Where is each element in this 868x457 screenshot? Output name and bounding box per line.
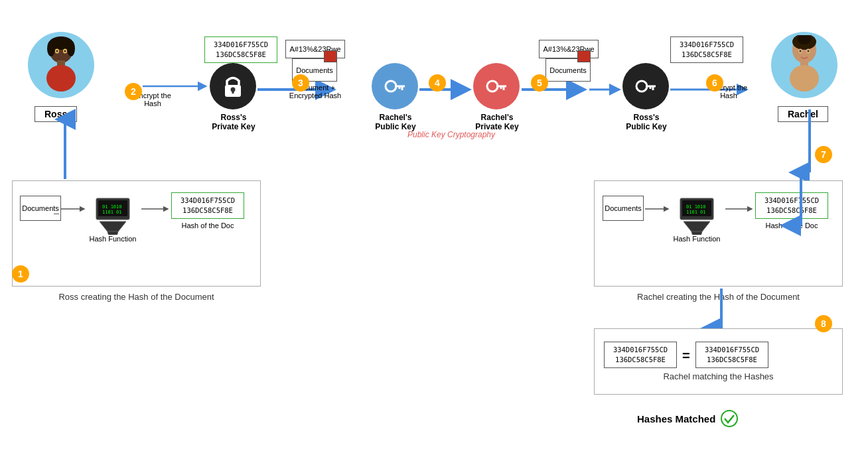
ross-person-svg [35,35,88,95]
rachel-person-svg [778,35,831,95]
svg-point-16 [56,50,58,52]
svg-point-59 [721,411,737,426]
ross-private-key-lock [210,63,256,109]
arrow-hash-to-ross [58,116,72,182]
match-hash-right: 334D016F755CD 136DC58C5F8E [695,342,768,368]
hash-of-doc-label-right: Hash of the Doc [755,222,828,229]
svg-rect-12 [57,60,65,66]
svg-point-11 [67,40,75,56]
key-icon-black [633,74,658,99]
arrow-hash-to-value-right [725,202,755,216]
arrow-doc-hash-left [61,202,88,216]
matching-label: Rachel matching the Hashes [594,371,843,381]
ross-public-key-label: Ross'sPublic Key [618,113,675,131]
doc-image-icon-left [324,50,337,62]
rachel-hash-function-icon: 01 1010 1101 01 Hash Function [670,189,723,249]
key-icon-blue [382,74,407,99]
funnel-icon-right: 01 1010 1101 01 [677,195,717,235]
svg-point-10 [47,40,55,56]
ross-encrypted-hash-box: 334D016F755CD 136DC58C5F8E [204,36,277,63]
arrow-step2 [143,80,209,93]
doc-image-icon-right [577,50,591,62]
key-icon-red [484,74,509,99]
svg-text:01 1010: 01 1010 [102,204,122,210]
equals-sign: = [682,348,690,363]
arrow-down-to-matching [715,289,728,332]
checkmark-icon [721,410,738,427]
ross-documents-box: Documents [20,196,61,221]
rachel-avatar [771,32,837,98]
arrow-step5b [589,83,622,96]
hash-of-doc-label-left: Hash of the Doc [171,222,244,229]
step-7-circle: 7 [815,146,832,163]
rachels-private-key-label: Rachel'sPrivate Key [469,113,526,131]
public-key-crypto-label: Public Key Cryptography [372,130,531,139]
step-8-circle: 8 [815,315,832,332]
step-4-circle: 4 [429,74,446,92]
svg-rect-43 [800,60,808,66]
rachel-decrypted-hash-box: 334D016F755CD 136DC58C5F8E [670,36,743,63]
arrow-doc-hash-right [645,202,672,216]
ross-hash-function-icon: 01 1010 1101 01 Hash Function [86,189,139,249]
step-5-circle: 5 [531,74,548,92]
svg-rect-22 [232,90,234,94]
svg-point-44 [790,65,819,92]
arrow-step6-to-rachel [803,109,816,176]
hashes-matched-label: Hashes Matched [637,410,738,427]
svg-marker-55 [684,222,710,231]
arrow-hash-to-value-left [141,202,171,216]
svg-point-48 [808,50,810,52]
svg-point-35 [636,81,647,92]
ross-avatar [28,32,94,98]
svg-text:1101 01: 1101 01 [686,210,706,215]
ross-private-key-label: Ross'sPrivate Key [204,113,263,131]
arrow-step7-down [794,176,808,229]
diagram: Documents 01 1010 1101 01 Hash Function [0,0,868,457]
step-6-circle: 6 [706,74,723,92]
svg-text:1101 01: 1101 01 [102,210,122,215]
lock-icon [220,74,246,99]
funnel-icon-left: 01 1010 1101 01 [93,195,133,235]
arrow-step4 [419,83,472,96]
svg-point-47 [800,50,802,52]
rachel-hash-value-box: 334D016F755CD 136DC58C5F8E [755,192,828,219]
svg-point-24 [386,81,396,92]
ross-section-label: Ross creating the Hash of the Document [12,292,261,302]
rachel-documents-box: Documents [603,196,644,221]
svg-point-17 [64,50,66,52]
svg-point-29 [487,81,498,92]
svg-text:01 1010: 01 1010 [686,204,706,210]
rachels-public-key-label: Rachel'sPublic Key [367,113,424,131]
step-3-circle: 3 [292,74,309,92]
ross-hash-value-box: 334D016F755CD 136DC58C5F8E [171,192,244,219]
svg-point-13 [46,65,76,92]
svg-marker-5 [100,222,126,231]
ross-public-key-circle [622,63,669,109]
step-2-circle: 2 [125,83,142,100]
match-hash-left: 334D016F755CD 136DC58C5F8E [604,342,677,368]
rachels-public-key-circle [372,63,418,109]
rachels-private-key-circle [473,63,520,109]
step-1-circle: 1 [12,265,29,283]
